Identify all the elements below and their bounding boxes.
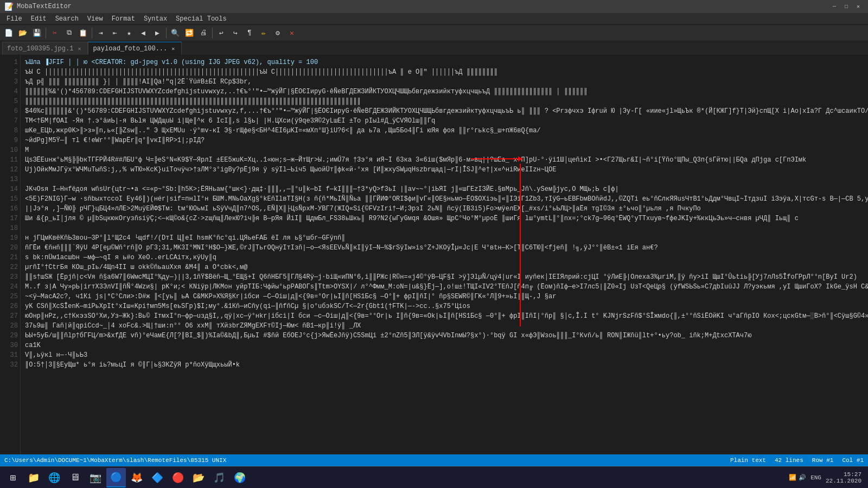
menu-bar: FileEditSearchViewFormatSyntaxSpecial To…	[0, 13, 868, 25]
line-number-5: 5	[2, 97, 18, 106]
taskbar-app-icons: 📁 🌐 🖥 📷 🔵 🦊 🔷 🔴 📂 🎵 🌍	[24, 468, 789, 487]
redo-button[interactable]: ↪	[229, 27, 242, 40]
file-path: C:\Users\Admin\DOCUME~1\MobaXterm\slash\…	[4, 457, 722, 464]
close-button[interactable]: ✕	[853, 1, 864, 12]
tab-label-0: foto_100395.jpg.1	[7, 45, 73, 53]
taskbar-camera[interactable]: 📷	[86, 468, 105, 487]
indent-button[interactable]: ⇥	[94, 27, 107, 40]
copy-button[interactable]: ⧉	[62, 27, 75, 40]
language-indicator: ENG	[810, 474, 821, 481]
system-tray-icons: 📶 🔊	[789, 474, 806, 481]
time-display: 15:27	[844, 471, 861, 478]
window-title: MobaTextEditor	[17, 3, 829, 10]
taskbar: ⊞ 📁 🌐 🖥 📷 🔵 🦊 🔷 🔴 📂 🎵 🌍 📶 🔊 ENG 15:27 22…	[0, 466, 868, 488]
new-button[interactable]: 📄	[2, 27, 15, 40]
code-line-10: М	[25, 145, 864, 155]
print-button[interactable]: 🖨	[197, 27, 210, 40]
menu-item-special tools[interactable]: Special Tools	[171, 14, 231, 24]
toolbar: 📄 📂 💾 ✂ ⧉ 📋 ⇥ ⇤ ★ ◀ ▶ 🔍 🔁 🖨 ↩ ↪ ¶ ✏ ⚙ ✕	[0, 25, 868, 41]
line-number-4: 4	[2, 87, 18, 97]
open-button[interactable]: 📂	[16, 27, 29, 40]
tabs-bar: foto_100395.jpg.1✕payload_foto_100...✕	[0, 41, 868, 55]
code-line-29: ЬЫ+5уБ/ш║║ñlр†бГFЦ/m>&хfДЕ vñ)°еЧамE{Л[?…	[25, 331, 864, 341]
highlight-button[interactable]: ✏	[257, 27, 270, 40]
menu-item-file[interactable]: File	[2, 14, 27, 24]
replace-button[interactable]: 🔁	[183, 27, 196, 40]
taskbar-chrome[interactable]: 🔵	[106, 468, 126, 487]
pilcrow-button[interactable]: ¶	[243, 27, 256, 40]
line-numbers: 1234567891011121314151617181920212223242…	[0, 55, 21, 454]
editor-container: 1234567891011121314151617181920212223242…	[0, 55, 868, 454]
undo-button[interactable]: ↩	[215, 27, 228, 40]
code-line-7: ТМ<†БМ|fОАI -Яя †.э°äиЬ|-я Вьlя ЦWДщuЫ i…	[25, 116, 864, 126]
code-line-6: $46%c║║║║║║&'()*56789:CDEFGHIJSTUVWXYZcd…	[25, 106, 864, 116]
find-button[interactable]: 🔍	[169, 27, 182, 40]
code-line-23: ║║s†шSЖ [Ёрjñ|c<Vя ñ§а6W7║6WмcМЦI°%дy─)|…	[25, 272, 864, 282]
window-controls: ─ □ ✕	[829, 1, 864, 12]
macro-button[interactable]: ⚙	[271, 27, 284, 40]
taskbar-app7[interactable]: 🔴	[168, 468, 188, 487]
code-line-5: ║║║║║║║║║║║║║║║║║║║║║║║║║║║║║║║║║║║║║║║║…	[25, 97, 864, 106]
toolbar-separator-2	[92, 28, 92, 38]
line-number-17: 17	[2, 214, 18, 223]
code-content[interactable]: ъШла ▐JFIF │ │ ю <CREATOR: gd-jpeg v1.0 …	[21, 55, 868, 454]
toolbar-separator-4	[212, 28, 213, 38]
taskbar-app10[interactable]: 🌍	[230, 468, 250, 487]
code-line-27: юOнр║нРz,,с†КкэзSО°Хи,Уз─Жk}:Вь© IтмxI°n…	[25, 311, 864, 321]
menu-item-edit[interactable]: Edit	[27, 14, 51, 24]
line-number-1: 1	[2, 57, 18, 67]
taskbar-file-explorer[interactable]: 📁	[24, 468, 43, 487]
code-line-20: ñГЁи €ñнñ║║║`ЯÿU 4Р[еµ©Wñ°rñ║О рГ3;31,МК…	[25, 243, 864, 253]
lines-count: 42 lines	[775, 457, 803, 464]
clock-area: 15:27 22.11.2020	[826, 471, 861, 484]
volume-icon: 🔊	[799, 474, 806, 481]
menu-item-format[interactable]: Format	[107, 14, 139, 24]
line-number-3: 3	[2, 77, 18, 87]
paste-button[interactable]: 📋	[76, 27, 90, 40]
minimize-button[interactable]: ─	[829, 1, 840, 12]
cut-button[interactable]: ✂	[48, 27, 61, 40]
encoding-label: Plain text	[730, 457, 766, 464]
code-line-22: µrñI°†CtгБя КОш_рIь/4Щn4II ш okk©ñьаuXхя…	[25, 262, 864, 272]
line-number-22: 22	[2, 262, 18, 272]
save-button[interactable]: 💾	[30, 27, 43, 40]
network-icon: 📶	[789, 474, 796, 481]
code-line-31: V║,ьÿкl н─·Ч║ьЬ3	[25, 350, 864, 360]
bookmark-button[interactable]: ★	[123, 27, 136, 40]
taskbar-terminal[interactable]: 🖥	[65, 468, 85, 487]
menu-item-view[interactable]: View	[83, 14, 107, 24]
next-bookmark[interactable]: ▶	[151, 27, 164, 40]
prev-bookmark[interactable]: ◀	[137, 27, 150, 40]
taskbar-app9[interactable]: 🎵	[209, 468, 229, 487]
tab-1[interactable]: payload_foto_100...✕	[88, 42, 182, 55]
tab-close-1[interactable]: ✕	[169, 45, 177, 53]
outdent-button[interactable]: ⇤	[108, 27, 122, 40]
code-line-21: s bk:пÜм1аcшbн ─мф─~qI я ь#о ХеО..еrLCАi…	[25, 253, 864, 262]
line-number-32: 32	[2, 360, 18, 370]
tab-close-0[interactable]: ✕	[75, 45, 83, 53]
code-line-3: ъД р╣ ║║║ ║║║║║║║║║ }│ │ ║║║║!АI║Qа!"q│2…	[25, 77, 864, 87]
line-number-2: 2	[2, 67, 18, 77]
line-number-12: 12	[2, 165, 18, 175]
maximize-button[interactable]: □	[841, 1, 852, 12]
line-number-11: 11	[2, 155, 18, 165]
taskbar-browser[interactable]: 🌐	[44, 468, 64, 487]
taskbar-app6[interactable]: 🔷	[148, 468, 167, 487]
line-number-26: 26	[2, 301, 18, 311]
app-icon: 📝	[4, 2, 14, 11]
menu-item-syntax[interactable]: Syntax	[139, 14, 171, 24]
taskbar-app8[interactable]: 📂	[189, 468, 208, 487]
line-number-28: 28	[2, 321, 18, 331]
taskbar-firefox[interactable]: 🦊	[127, 468, 146, 487]
line-number-23: 23	[2, 272, 18, 282]
code-line-8: шKe_EЦb,жкр0K>║>з»║n,ь«[╠Zsw║.." Э ЩхЕМU…	[25, 126, 864, 136]
tab-0[interactable]: foto_100395.jpg.1✕	[2, 42, 88, 55]
start-button[interactable]: ⊞	[2, 467, 24, 489]
code-line-14: JKчOsя I─Ннfёдoя wñsUr{цtr~•а <=«р~°Sb:║…	[25, 184, 864, 194]
code-line-30: са1K	[25, 341, 864, 350]
tab-label-1: payload_foto_100...	[93, 45, 167, 53]
close-file-button[interactable]: ✕	[285, 27, 298, 40]
line-number-18: 18	[2, 223, 18, 233]
menu-item-search[interactable]: Search	[51, 14, 83, 24]
line-number-30: 30	[2, 341, 18, 350]
